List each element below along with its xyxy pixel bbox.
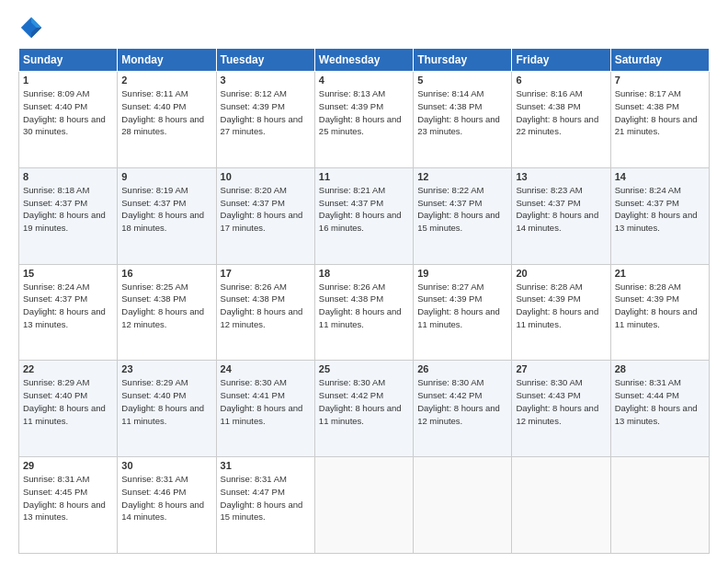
day-header-monday: Monday [118,49,216,72]
calendar-cell: 24Sunrise: 8:30 AMSunset: 4:41 PMDayligh… [216,361,314,457]
calendar-cell: 25Sunrise: 8:30 AMSunset: 4:42 PMDayligh… [314,361,413,457]
day-info: Sunrise: 8:30 AMSunset: 4:42 PMDaylight:… [417,376,507,427]
calendar-cell: 30Sunrise: 8:31 AMSunset: 4:46 PMDayligh… [118,457,216,554]
day-info: Sunrise: 8:26 AMSunset: 4:38 PMDaylight:… [319,281,409,331]
day-info: Sunrise: 8:18 AMSunset: 4:37 PMDaylight:… [23,184,113,235]
day-info: Sunrise: 8:28 AMSunset: 4:39 PMDaylight:… [615,281,705,331]
calendar-cell: 14Sunrise: 8:24 AMSunset: 4:37 PMDayligh… [610,167,709,264]
day-number: 5 [417,75,507,86]
day-number: 6 [516,75,606,86]
page: SundayMondayTuesdayWednesdayThursdayFrid… [0,0,728,563]
calendar-cell: 27Sunrise: 8:30 AMSunset: 4:43 PMDayligh… [512,361,610,457]
day-info: Sunrise: 8:29 AMSunset: 4:40 PMDaylight:… [121,376,211,427]
calendar-cell: 11Sunrise: 8:21 AMSunset: 4:37 PMDayligh… [314,167,413,264]
day-info: Sunrise: 8:17 AMSunset: 4:38 PMDaylight:… [615,87,705,138]
day-info: Sunrise: 8:28 AMSunset: 4:39 PMDaylight:… [516,281,606,331]
calendar-week-row: 1Sunrise: 8:09 AMSunset: 4:40 PMDaylight… [19,72,710,168]
calendar-cell: 4Sunrise: 8:13 AMSunset: 4:39 PMDaylight… [314,72,413,168]
calendar-cell: 28Sunrise: 8:31 AMSunset: 4:44 PMDayligh… [610,361,709,457]
day-info: Sunrise: 8:31 AMSunset: 4:46 PMDaylight:… [121,473,211,523]
day-info: Sunrise: 8:25 AMSunset: 4:38 PMDaylight:… [121,281,211,331]
day-info: Sunrise: 8:26 AMSunset: 4:38 PMDaylight:… [221,281,311,331]
calendar-cell: 9Sunrise: 8:19 AMSunset: 4:37 PMDaylight… [118,167,216,264]
day-info: Sunrise: 8:21 AMSunset: 4:37 PMDaylight:… [319,184,409,235]
day-number: 12 [417,171,507,182]
day-number: 27 [516,363,606,374]
day-header-wednesday: Wednesday [314,49,413,72]
day-number: 13 [516,171,606,182]
day-number: 18 [319,268,409,279]
calendar-cell: 12Sunrise: 8:22 AMSunset: 4:37 PMDayligh… [414,167,512,264]
day-info: Sunrise: 8:12 AMSunset: 4:39 PMDaylight:… [221,87,311,138]
calendar-week-row: 8Sunrise: 8:18 AMSunset: 4:37 PMDaylight… [19,167,710,264]
day-number: 28 [615,363,705,374]
day-info: Sunrise: 8:29 AMSunset: 4:40 PMDaylight:… [23,376,113,427]
day-header-sunday: Sunday [19,49,118,72]
calendar-cell: 26Sunrise: 8:30 AMSunset: 4:42 PMDayligh… [414,361,512,457]
calendar-header-row: SundayMondayTuesdayWednesdayThursdayFrid… [19,49,710,72]
day-number: 19 [417,268,507,279]
day-number: 20 [516,268,606,279]
calendar-week-row: 15Sunrise: 8:24 AMSunset: 4:37 PMDayligh… [19,264,710,361]
day-number: 31 [221,460,311,471]
calendar-week-row: 29Sunrise: 8:31 AMSunset: 4:45 PMDayligh… [19,457,710,554]
calendar-cell: 2Sunrise: 8:11 AMSunset: 4:40 PMDaylight… [118,72,216,168]
day-number: 24 [221,363,311,374]
day-info: Sunrise: 8:09 AMSunset: 4:40 PMDaylight:… [23,87,113,138]
day-number: 7 [615,75,705,86]
calendar-cell: 16Sunrise: 8:25 AMSunset: 4:38 PMDayligh… [118,264,216,361]
day-info: Sunrise: 8:24 AMSunset: 4:37 PMDaylight:… [23,281,113,331]
day-header-friday: Friday [512,49,610,72]
calendar-cell: 31Sunrise: 8:31 AMSunset: 4:47 PMDayligh… [216,457,314,554]
calendar-cell: 3Sunrise: 8:12 AMSunset: 4:39 PMDaylight… [216,72,314,168]
calendar-cell: 13Sunrise: 8:23 AMSunset: 4:37 PMDayligh… [512,167,610,264]
day-info: Sunrise: 8:30 AMSunset: 4:42 PMDaylight:… [319,376,409,427]
calendar-cell: 29Sunrise: 8:31 AMSunset: 4:45 PMDayligh… [19,457,118,554]
calendar-cell: 5Sunrise: 8:14 AMSunset: 4:38 PMDaylight… [414,72,512,168]
day-number: 23 [121,363,211,374]
calendar-cell [314,457,413,554]
day-number: 1 [23,75,113,86]
calendar-cell: 15Sunrise: 8:24 AMSunset: 4:37 PMDayligh… [19,264,118,361]
day-number: 10 [221,171,311,182]
day-number: 22 [23,363,113,374]
calendar-cell: 21Sunrise: 8:28 AMSunset: 4:39 PMDayligh… [610,264,709,361]
day-header-thursday: Thursday [414,49,512,72]
calendar-cell [610,457,709,554]
day-number: 25 [319,363,409,374]
calendar-cell: 23Sunrise: 8:29 AMSunset: 4:40 PMDayligh… [118,361,216,457]
day-header-tuesday: Tuesday [216,49,314,72]
day-number: 29 [23,460,113,471]
header [18,15,710,40]
day-number: 11 [319,171,409,182]
day-info: Sunrise: 8:23 AMSunset: 4:37 PMDaylight:… [516,184,606,235]
day-info: Sunrise: 8:16 AMSunset: 4:38 PMDaylight:… [516,87,606,138]
day-info: Sunrise: 8:22 AMSunset: 4:37 PMDaylight:… [417,184,507,235]
day-info: Sunrise: 8:14 AMSunset: 4:38 PMDaylight:… [417,87,507,138]
calendar-cell: 7Sunrise: 8:17 AMSunset: 4:38 PMDaylight… [610,72,709,168]
day-number: 16 [121,268,211,279]
day-number: 30 [121,460,211,471]
day-header-saturday: Saturday [610,49,709,72]
day-info: Sunrise: 8:30 AMSunset: 4:41 PMDaylight:… [221,376,311,427]
day-number: 2 [121,75,211,86]
day-info: Sunrise: 8:13 AMSunset: 4:39 PMDaylight:… [319,87,409,138]
day-number: 8 [23,171,113,182]
day-info: Sunrise: 8:27 AMSunset: 4:39 PMDaylight:… [417,281,507,331]
day-number: 3 [221,75,311,86]
day-number: 26 [417,363,507,374]
calendar-cell: 10Sunrise: 8:20 AMSunset: 4:37 PMDayligh… [216,167,314,264]
day-info: Sunrise: 8:31 AMSunset: 4:47 PMDaylight:… [221,473,311,523]
calendar-week-row: 22Sunrise: 8:29 AMSunset: 4:40 PMDayligh… [19,361,710,457]
calendar-cell: 19Sunrise: 8:27 AMSunset: 4:39 PMDayligh… [414,264,512,361]
calendar-table: SundayMondayTuesdayWednesdayThursdayFrid… [18,48,710,554]
day-info: Sunrise: 8:19 AMSunset: 4:37 PMDaylight:… [121,184,211,235]
day-info: Sunrise: 8:11 AMSunset: 4:40 PMDaylight:… [121,87,211,138]
calendar-cell: 20Sunrise: 8:28 AMSunset: 4:39 PMDayligh… [512,264,610,361]
day-info: Sunrise: 8:30 AMSunset: 4:43 PMDaylight:… [516,376,606,427]
day-number: 14 [615,171,705,182]
calendar-cell: 18Sunrise: 8:26 AMSunset: 4:38 PMDayligh… [314,264,413,361]
day-info: Sunrise: 8:31 AMSunset: 4:45 PMDaylight:… [23,473,113,523]
calendar-cell: 8Sunrise: 8:18 AMSunset: 4:37 PMDaylight… [19,167,118,264]
calendar-cell: 6Sunrise: 8:16 AMSunset: 4:38 PMDaylight… [512,72,610,168]
